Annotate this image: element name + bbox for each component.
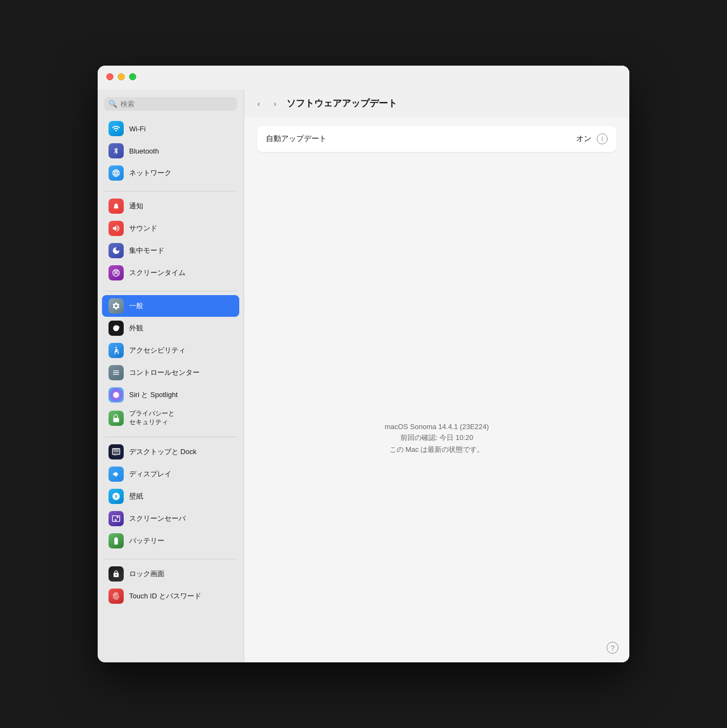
desktop-icon [109, 444, 124, 459]
sidebar-group-network: Wi-Fi Bluetooth ネッ [98, 117, 244, 184]
sidebar-item-wallpaper[interactable]: 壁紙 [102, 486, 239, 507]
sidebar-item-display[interactable]: ディスプレイ [102, 463, 239, 485]
close-button[interactable] [106, 73, 113, 80]
wifi-label: Wi-Fi [129, 125, 145, 133]
siri-icon [109, 387, 124, 403]
siri-label: Siri と Spotlight [129, 390, 178, 400]
sidebar: 🔍 Wi-Fi [98, 90, 244, 662]
screentime-label: スクリーンタイム [129, 268, 186, 278]
auto-update-right: オン i [576, 133, 608, 144]
auto-update-label: 自動アップデート [266, 134, 327, 144]
notification-label: 通知 [129, 201, 143, 211]
accessibility-label: アクセシビリティ [129, 346, 186, 355]
info-button[interactable]: i [597, 133, 608, 144]
sidebar-item-network[interactable]: ネットワーク [102, 162, 239, 184]
main-content: 自動アップデート オン i macOS Sonoma 14.4.1 (23E22… [244, 117, 629, 662]
privacy-icon [109, 411, 124, 426]
screentime-icon [109, 265, 124, 280]
sidebar-item-siri[interactable]: Siri と Spotlight [102, 384, 239, 406]
content-area: 🔍 Wi-Fi [98, 90, 629, 662]
focus-icon [109, 243, 124, 258]
help-button[interactable]: ? [607, 642, 618, 654]
appearance-label: 外観 [129, 323, 143, 333]
sound-label: サウンド [129, 223, 157, 233]
svg-point-1 [116, 347, 117, 348]
wifi-icon [109, 121, 124, 136]
network-label: ネットワーク [129, 168, 171, 178]
divider-1 [104, 191, 237, 191]
sidebar-item-wifi[interactable]: Wi-Fi [102, 118, 239, 139]
minimize-button[interactable] [118, 73, 125, 80]
up-to-date: この Mac は最新の状態です。 [390, 445, 484, 455]
lock-icon [109, 566, 124, 582]
screensaver-icon [109, 511, 124, 526]
sidebar-group-notifications: 通知 サウンド 集中モード [98, 195, 244, 284]
page-title: ソフトウェアアップデート [286, 97, 397, 110]
screensaver-label: スクリーンセーバ [129, 514, 186, 523]
search-icon: 🔍 [109, 100, 117, 108]
main-panel: ‹ › ソフトウェアアップデート 自動アップデート オン i macOS Son… [244, 90, 629, 662]
display-label: ディスプレイ [129, 469, 171, 479]
last-checked: 前回の確認: 今日 10:20 [400, 433, 473, 443]
controlcenter-label: コントロールセンター [129, 368, 200, 378]
divider-2 [104, 291, 237, 291]
system-info-area: macOS Sonoma 14.4.1 (23E224) 前回の確認: 今日 1… [257, 158, 616, 654]
sidebar-item-lock[interactable]: ロック画面 [102, 563, 239, 585]
traffic-lights [106, 73, 136, 80]
touchid-icon [109, 589, 124, 604]
privacy-label: プライバシーと セキュリティ [129, 410, 175, 426]
battery-label: バッテリー [129, 536, 164, 546]
forward-button[interactable]: › [269, 98, 281, 110]
sound-icon [109, 221, 124, 236]
general-label: 一般 [129, 301, 143, 311]
sidebar-item-controlcenter[interactable]: コントロールセンター [102, 362, 239, 384]
sidebar-group-system: 一般 外観 [98, 295, 244, 430]
desktop-label: デスクトップと Dock [129, 447, 196, 457]
network-icon [109, 165, 124, 181]
sidebar-group-lock: ロック画面 Touch ID とパスワード [98, 563, 244, 608]
wallpaper-label: 壁紙 [129, 491, 143, 501]
sidebar-item-focus[interactable]: 集中モード [102, 240, 239, 261]
battery-icon [109, 533, 124, 548]
divider-3 [104, 437, 237, 437]
sidebar-item-desktop[interactable]: デスクトップと Dock [102, 441, 239, 463]
search-bar[interactable]: 🔍 [104, 97, 237, 111]
sidebar-item-sound[interactable]: サウンド [102, 218, 239, 239]
svg-point-2 [113, 392, 119, 398]
sidebar-item-appearance[interactable]: 外観 [102, 317, 239, 339]
accessibility-icon [109, 343, 124, 358]
general-icon [109, 298, 124, 314]
maximize-button[interactable] [129, 73, 136, 80]
lock-label: ロック画面 [129, 569, 164, 579]
sidebar-item-notification[interactable]: 通知 [102, 195, 239, 217]
sidebar-item-privacy[interactable]: プライバシーと セキュリティ [102, 406, 239, 430]
system-version: macOS Sonoma 14.4.1 (23E224) [385, 423, 489, 431]
sidebar-item-general[interactable]: 一般 [102, 295, 239, 317]
display-icon [109, 467, 124, 482]
sidebar-group-desktop: デスクトップと Dock ディスプレイ [98, 440, 244, 552]
main-header: ‹ › ソフトウェアアップデート [244, 90, 629, 117]
notification-icon [109, 199, 124, 214]
sidebar-item-screentime[interactable]: スクリーンタイム [102, 262, 239, 284]
title-bar [98, 66, 629, 90]
bluetooth-icon [109, 143, 124, 158]
search-input[interactable] [120, 100, 233, 108]
main-window: 🔍 Wi-Fi [98, 66, 629, 662]
back-button[interactable]: ‹ [253, 98, 265, 110]
bluetooth-label: Bluetooth [129, 147, 159, 155]
sidebar-item-battery[interactable]: バッテリー [102, 530, 239, 552]
auto-update-status: オン [576, 134, 591, 144]
sidebar-item-accessibility[interactable]: アクセシビリティ [102, 340, 239, 361]
sidebar-item-touchid[interactable]: Touch ID とパスワード [102, 585, 239, 607]
focus-label: 集中モード [129, 246, 164, 256]
divider-4 [104, 559, 237, 559]
appearance-icon [109, 321, 124, 336]
controlcenter-icon [109, 365, 124, 380]
auto-update-row: 自動アップデート オン i [257, 126, 616, 152]
sidebar-item-bluetooth[interactable]: Bluetooth [102, 140, 239, 162]
sidebar-item-screensaver[interactable]: スクリーンセーバ [102, 508, 239, 529]
wallpaper-icon [109, 489, 124, 504]
touchid-label: Touch ID とパスワード [129, 591, 201, 601]
